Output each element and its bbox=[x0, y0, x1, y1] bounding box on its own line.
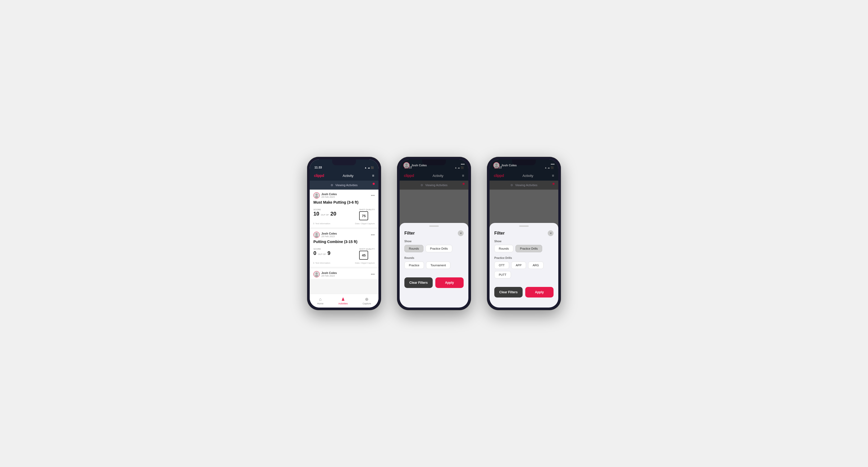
drills-label-3: Practice Drills bbox=[494, 256, 554, 259]
hamburger-1[interactable]: ≡ bbox=[372, 174, 374, 178]
notification-dot-1 bbox=[373, 183, 375, 185]
more-dots-3[interactable]: ••• bbox=[371, 272, 375, 276]
svg-point-1 bbox=[315, 196, 318, 198]
nav-item-home[interactable]: ⌂ Home bbox=[317, 297, 323, 305]
filter-footer-3: Clear Filters Apply bbox=[490, 283, 558, 298]
footer-info-1: Test Information bbox=[315, 222, 330, 225]
user-name-2: Josh Coles bbox=[321, 232, 337, 235]
notch bbox=[332, 159, 356, 165]
more-dots-1[interactable]: ••• bbox=[371, 193, 375, 197]
clear-filters-btn-3[interactable]: Clear Filters bbox=[494, 287, 523, 298]
svg-point-5 bbox=[315, 275, 318, 277]
practice-round-btn-2[interactable]: Practice bbox=[404, 261, 424, 269]
svg-point-2 bbox=[315, 233, 318, 235]
card-title-2: Putting Combine (3-15 ft) bbox=[313, 240, 375, 244]
svg-point-7 bbox=[405, 166, 408, 168]
card-header-3: Josh Coles 28 Feb 2023 ••• bbox=[313, 271, 375, 277]
practice-drills-btn-3[interactable]: Practice Drills bbox=[516, 245, 542, 252]
footer-data-1: Data: Clippd Capture bbox=[355, 222, 375, 225]
sheet-handle-2 bbox=[429, 225, 439, 227]
card-header-1: Josh Coles 28 Feb 2023 ••• bbox=[313, 192, 375, 198]
clear-filters-btn-2[interactable]: Clear Filters bbox=[404, 277, 433, 288]
svg-point-0 bbox=[315, 193, 318, 196]
drills-buttons-3: OTT APP ARG PUTT bbox=[494, 261, 554, 278]
viewing-text-1: Viewing Activities bbox=[335, 184, 358, 187]
home-icon: ⌂ bbox=[319, 297, 321, 302]
shot-quality-badge-2: 45 bbox=[359, 251, 368, 260]
activity-card-3[interactable]: Josh Coles 28 Feb 2023 ••• bbox=[310, 269, 378, 279]
card-footer-2: ℹ Test Information Data: Clippd Capture bbox=[313, 262, 375, 264]
filter-overlay-3: Josh Coles ••• Filter ✕ Show Rounds bbox=[490, 159, 558, 308]
score-label-1: Score bbox=[313, 208, 336, 211]
svg-point-6 bbox=[405, 163, 408, 165]
activities-label: Activities bbox=[338, 302, 348, 305]
nav-item-capture[interactable]: ⊕ Capture bbox=[363, 297, 371, 305]
card-header-2: Josh Coles 28 Feb 2023 ••• bbox=[313, 232, 375, 238]
viewing-bar-1[interactable]: ⚙ Viewing Activities bbox=[310, 181, 378, 190]
show-buttons-3: Rounds Practice Drills bbox=[494, 245, 554, 252]
status-icons-1: ▲ ☁ ⬛ bbox=[365, 166, 374, 169]
footer-info-2: Test Information bbox=[315, 262, 330, 264]
rounds-buttons-2: Practice Tournament bbox=[404, 261, 464, 269]
stats-row-2: Score 0 OUT OF 9 Shot Quality 45 bbox=[313, 246, 375, 260]
capture-icon: ⊕ bbox=[365, 297, 368, 302]
practice-drills-btn-2[interactable]: Practice Drills bbox=[426, 245, 452, 252]
apply-btn-3[interactable]: Apply bbox=[525, 287, 554, 298]
bottom-nav-1: ⌂ Home ♟ Activities ⊕ Capture bbox=[310, 294, 378, 308]
arg-btn-3[interactable]: ARG bbox=[528, 261, 544, 269]
filter-overlay-2: Josh Coles ••• Filter ✕ Show Rounds bbox=[400, 159, 468, 308]
avatar-3 bbox=[313, 271, 320, 277]
more-dots-2[interactable]: ••• bbox=[371, 233, 375, 237]
show-label-3: Show bbox=[494, 240, 554, 243]
user-info-2: Josh Coles 28 Feb 2023 bbox=[313, 232, 337, 238]
nav-item-activities[interactable]: ♟ Activities bbox=[338, 297, 348, 305]
ott-btn-3[interactable]: OTT bbox=[494, 261, 509, 269]
filter-close-2[interactable]: ✕ bbox=[458, 230, 464, 236]
activity-card-2[interactable]: Josh Coles 28 Feb 2023 ••• Putting Combi… bbox=[310, 229, 378, 267]
score-value-2: 0 bbox=[313, 250, 316, 256]
capture-label: Capture bbox=[363, 302, 371, 305]
avatar-2 bbox=[313, 232, 320, 238]
rounds-label-2: Rounds bbox=[404, 256, 464, 259]
screen-2: 11:33 ▲ ☁ ⬛ clippd Activity ≡ ⚙ Viewing … bbox=[400, 159, 468, 308]
score-value-1: 10 bbox=[313, 211, 319, 217]
putt-btn-3[interactable]: PUTT bbox=[494, 271, 511, 278]
svg-point-4 bbox=[315, 272, 318, 275]
card-footer-left-1: ℹ Test Information bbox=[313, 222, 330, 225]
avatar-bg-2 bbox=[403, 162, 410, 168]
filter-footer-2: Clear Filters Apply bbox=[400, 273, 468, 288]
avatar-1 bbox=[313, 192, 320, 198]
sheet-handle-3 bbox=[519, 225, 529, 227]
show-buttons-2: Rounds Practice Drills bbox=[404, 245, 464, 252]
status-time-1: 11:33 bbox=[314, 166, 322, 169]
filter-title-2: Filter bbox=[404, 231, 415, 236]
stats-row-1: Score 10 OUT OF 20 Shot Quality 75 bbox=[313, 207, 375, 220]
card-footer-1: ℹ Test Information Data: Clippd Capture bbox=[313, 222, 375, 225]
rounds-btn-2[interactable]: Rounds bbox=[404, 245, 424, 252]
app-btn-3[interactable]: APP bbox=[511, 261, 526, 269]
footer-data-2: Data: Clippd Capture bbox=[355, 262, 375, 264]
svg-point-3 bbox=[315, 235, 318, 238]
shots-value-1: 20 bbox=[330, 211, 336, 217]
user-name-1: Josh Coles bbox=[321, 192, 337, 196]
out-of-1: OUT OF bbox=[321, 214, 329, 216]
user-date-1: 28 Feb 2023 bbox=[321, 196, 337, 198]
rounds-btn-3[interactable]: Rounds bbox=[494, 245, 513, 252]
card-title-1: Must Make Putting (3-6 ft) bbox=[313, 200, 375, 205]
score-group-2: Score 0 OUT OF 9 bbox=[313, 248, 330, 256]
filter-close-3[interactable]: ✕ bbox=[548, 230, 554, 236]
logo-1: clippd bbox=[314, 174, 324, 178]
score-group-1: Score 10 OUT OF 20 bbox=[313, 208, 336, 217]
activities-icon: ♟ bbox=[341, 297, 345, 302]
scene: 11:33 ▲ ☁ ⬛ clippd Activity ≡ ⚙ Viewing … bbox=[307, 157, 561, 310]
user-info-1: Josh Coles 28 Feb 2023 bbox=[313, 192, 337, 198]
filter-title-3: Filter bbox=[494, 231, 505, 236]
svg-point-9 bbox=[495, 166, 498, 168]
activity-list: Josh Coles 28 Feb 2023 ••• Must Make Put… bbox=[310, 190, 378, 294]
activity-card-1[interactable]: Josh Coles 28 Feb 2023 ••• Must Make Put… bbox=[310, 190, 378, 227]
apply-btn-2[interactable]: Apply bbox=[435, 277, 464, 288]
filter-sheet-3: Filter ✕ Show Rounds Practice Drills Pra… bbox=[490, 223, 558, 308]
tournament-round-btn-2[interactable]: Tournament bbox=[426, 261, 451, 269]
home-label: Home bbox=[317, 302, 323, 305]
user-date-3: 28 Feb 2023 bbox=[321, 275, 337, 277]
